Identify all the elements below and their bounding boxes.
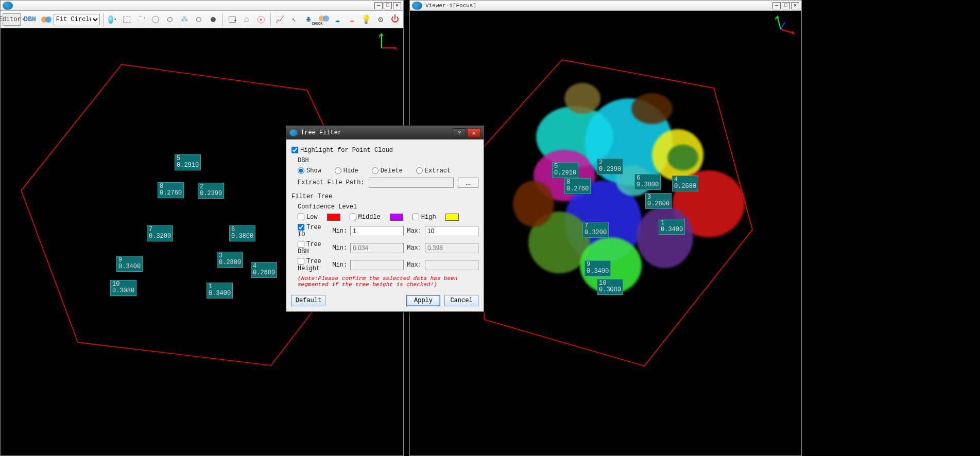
treeid-min-input[interactable] <box>350 226 404 236</box>
treedbh-min-input[interactable] <box>350 243 404 253</box>
titlebar-left: ‒ □ ✕ <box>1 1 403 11</box>
home-outline-icon: ⌂ <box>244 15 249 24</box>
tree-label[interactable]: 60.3800 <box>634 174 661 190</box>
chart-button[interactable]: 📈 <box>273 13 286 26</box>
tree-label[interactable]: 70.3200 <box>582 222 609 238</box>
tree-label[interactable]: 70.3200 <box>147 225 173 241</box>
dialog-close-button[interactable]: ✕ <box>467 128 480 137</box>
tree-label[interactable]: 30.2800 <box>645 193 672 209</box>
home-trash-button[interactable]: ⌂ <box>240 13 253 26</box>
radio-show[interactable] <box>298 167 304 174</box>
treeheight-checkbox[interactable] <box>298 258 304 265</box>
dbh-radio-group: Show Hide Delete Extract <box>291 167 478 174</box>
conf-high-label[interactable]: High <box>412 214 436 221</box>
polygon-icon <box>137 16 145 23</box>
radio-extract-label[interactable]: Extract <box>416 167 451 174</box>
dialog-help-button[interactable]: ? <box>453 128 466 137</box>
treedbh-checkbox[interactable] <box>298 241 304 248</box>
tree-label[interactable]: 60.3800 <box>229 225 255 241</box>
conf-low-label[interactable]: Low <box>298 214 318 221</box>
cancel-button[interactable]: Cancel <box>444 295 478 306</box>
minimize-button[interactable]: ‒ <box>772 2 781 9</box>
pick-cursor-icon: ↖ <box>292 15 296 24</box>
editor-menu-button[interactable]: Editor▾ <box>3 13 21 26</box>
tree-label[interactable]: 90.3400 <box>116 256 143 272</box>
close-button[interactable]: ✕ <box>791 2 799 9</box>
tree-label[interactable]: 30.2800 <box>217 252 243 268</box>
tree-label[interactable]: 100.3080 <box>110 280 136 296</box>
treeheight-max-input[interactable] <box>425 260 478 270</box>
tree-label[interactable]: 100.3080 <box>597 279 623 295</box>
close-button[interactable]: ✕ <box>393 2 401 9</box>
toolbar: Editor▾ DBH Fit Circle ▾ ⁂ + ⌂ ✕ 📈 ↖ ♣ C… <box>1 11 403 28</box>
treedbh-max-input[interactable] <box>425 243 478 253</box>
apply-button[interactable]: Apply <box>406 295 440 306</box>
treeheight-checkbox-label[interactable]: Tree Height <box>298 258 329 272</box>
power-button[interactable]: ⏻ <box>389 13 401 26</box>
extract-path-label: Extract File Path: <box>298 179 365 186</box>
pick-button[interactable]: ↖ <box>288 13 300 26</box>
conf-low-checkbox[interactable] <box>298 214 304 220</box>
bulb-button[interactable]: 💡 <box>360 13 372 26</box>
cloud-blue-button[interactable]: ☁ <box>331 13 343 26</box>
extract-path-input[interactable] <box>369 178 454 188</box>
tree-label[interactable]: 10.3400 <box>207 283 233 299</box>
sphere-icon <box>108 15 113 24</box>
tree-label[interactable]: 80.2760 <box>564 178 591 194</box>
note-text: (Note:Please confirm the selected data h… <box>291 275 478 288</box>
conf-mid-checkbox[interactable] <box>350 214 356 220</box>
delete-button[interactable]: ✕ <box>255 13 267 26</box>
polygon-select-button[interactable] <box>135 13 147 26</box>
tree-label[interactable]: 80.2760 <box>158 182 184 198</box>
tree-label[interactable]: 20.2390 <box>597 159 623 174</box>
default-button[interactable]: Default <box>291 295 325 306</box>
radio-hide-label[interactable]: Hide <box>335 167 358 174</box>
tree-label[interactable]: 90.3400 <box>584 260 611 276</box>
radio-hide[interactable] <box>335 167 341 174</box>
tree-label[interactable]: 40.2680 <box>251 262 277 278</box>
radio-delete-label[interactable]: Delete <box>372 167 403 174</box>
browse-button[interactable]: ... <box>458 178 478 188</box>
point-cloud-blob <box>637 206 693 268</box>
tree-label[interactable]: 50.2910 <box>175 154 201 170</box>
treeid-checkbox-label[interactable]: Tree ID <box>298 224 329 238</box>
add-rect-icon: + <box>229 16 236 23</box>
venn-icon <box>41 15 49 24</box>
radio-c-button[interactable] <box>207 13 219 26</box>
dialog-titlebar[interactable]: Tree Filter ? ✕ <box>286 126 484 139</box>
rect-select-button[interactable] <box>121 13 133 26</box>
cloud-tan-button[interactable]: ☁ <box>346 13 358 26</box>
tree-label[interactable]: 50.2910 <box>552 162 578 178</box>
tree-dbh-value: 0.2800 <box>647 200 669 207</box>
spread-button[interactable]: ⁂ <box>178 13 191 26</box>
tree-dbh-value: 0.3200 <box>149 233 171 240</box>
treedbh-checkbox-label[interactable]: Tree DBH <box>298 241 329 255</box>
conf-mid-label[interactable]: Middle <box>350 214 381 221</box>
tree-label[interactable]: 20.2390 <box>198 183 224 199</box>
maximize-button[interactable]: □ <box>782 2 790 9</box>
tree-label[interactable]: 40.2680 <box>672 176 698 191</box>
highlight-checkbox[interactable] <box>291 147 298 153</box>
maximize-button[interactable]: □ <box>384 2 392 9</box>
treeid-max-input[interactable] <box>425 226 478 236</box>
radio-delete[interactable] <box>372 167 379 174</box>
fit-method-select[interactable]: Fit Circle <box>54 14 100 25</box>
circle-select-button[interactable] <box>149 13 162 26</box>
highlight-checkbox-label[interactable]: Highlight for Point Cloud <box>291 147 393 154</box>
add-rect-button[interactable]: + <box>226 13 238 26</box>
radio-extract[interactable] <box>416 167 423 174</box>
radio-show-label[interactable]: Show <box>298 167 321 174</box>
sphere-tool-button[interactable]: ▾ <box>106 13 118 26</box>
settings-button[interactable]: ⚙ <box>374 13 387 26</box>
conf-high-checkbox[interactable] <box>412 214 419 220</box>
radio-b-button[interactable] <box>193 13 205 26</box>
tree-dbh-value: 0.3200 <box>584 229 607 236</box>
color-venn-button[interactable] <box>39 13 51 26</box>
check-button[interactable]: CHECK <box>317 13 329 26</box>
minimize-button[interactable]: ‒ <box>374 2 383 9</box>
dialog-logo-icon <box>289 129 298 136</box>
treeheight-min-input[interactable] <box>350 260 404 270</box>
tree-label[interactable]: 10.3400 <box>659 219 685 235</box>
radio-a-button[interactable] <box>164 13 176 26</box>
treeid-checkbox[interactable] <box>298 224 304 231</box>
